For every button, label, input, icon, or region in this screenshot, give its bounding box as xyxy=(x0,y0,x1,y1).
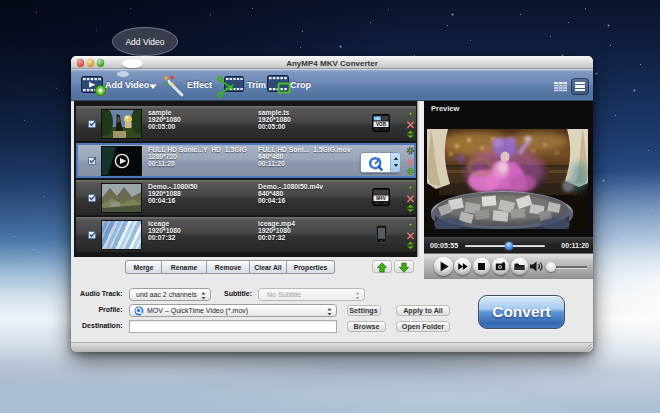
svg-text:M4V: M4V xyxy=(376,196,386,201)
svg-text:HD: HD xyxy=(374,116,380,121)
svg-text:VOB: VOB xyxy=(376,122,387,127)
